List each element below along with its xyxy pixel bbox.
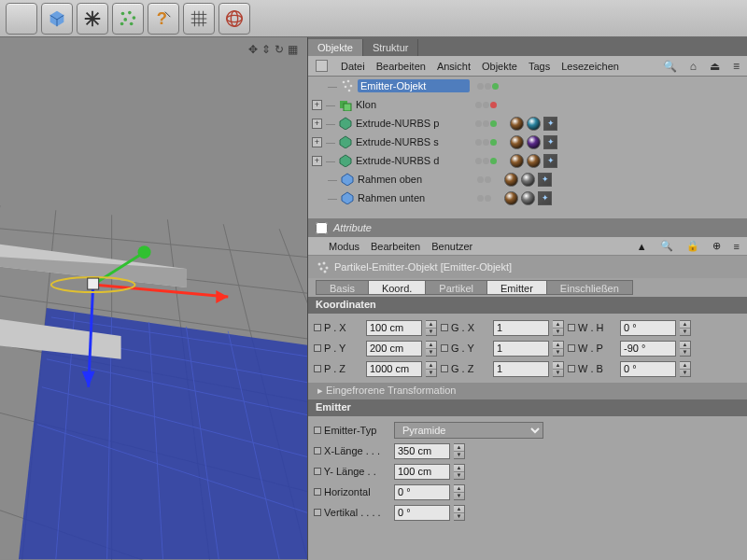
coord-input[interactable]: [493, 361, 549, 377]
object-label[interactable]: Rahmen unten: [358, 192, 470, 203]
compositing-tag[interactable]: ✦: [543, 135, 557, 149]
pin-icon[interactable]: ⊕: [712, 240, 721, 252]
expand-toggle[interactable]: +: [312, 100, 322, 110]
visibility-dot[interactable]: [485, 176, 491, 183]
object-label[interactable]: Extrude-NURBS d: [356, 155, 468, 166]
spinner[interactable]: ▲▼: [426, 320, 437, 336]
up-icon[interactable]: ⏏: [710, 60, 720, 73]
search-icon[interactable]: 🔍: [663, 60, 677, 73]
material-tag[interactable]: [527, 117, 541, 131]
attr-menu-bearbeiten[interactable]: Bearbeiten: [371, 241, 420, 252]
material-tag[interactable]: [527, 154, 541, 168]
object-label[interactable]: Rahmen oben: [358, 174, 470, 185]
material-tag[interactable]: [510, 154, 524, 168]
spinner[interactable]: ▲▼: [680, 341, 691, 357]
material-tag[interactable]: [521, 191, 535, 205]
coord-input[interactable]: [493, 320, 549, 336]
material-tag[interactable]: [510, 135, 524, 149]
visibility-dot[interactable]: [485, 195, 491, 202]
rotate-viewport-icon[interactable]: ↻: [275, 43, 284, 56]
search2-icon[interactable]: 🔍: [660, 240, 673, 252]
spinner[interactable]: ▲▼: [454, 443, 465, 459]
coord-input[interactable]: [620, 320, 676, 336]
frozen-transform-row[interactable]: ▸ Eingefrorene Transformation: [308, 383, 747, 399]
tool-expand[interactable]: [77, 3, 108, 35]
visibility-dot[interactable]: [492, 83, 499, 90]
menu-tags[interactable]: Tags: [529, 61, 550, 72]
tree-row[interactable]: +—Extrude-NURBS s✦: [308, 133, 747, 151]
menu-objekte[interactable]: Objekte: [482, 61, 517, 72]
emitter-input[interactable]: [394, 484, 450, 500]
visibility-dot[interactable]: [490, 102, 497, 108]
object-label[interactable]: Extrude-NURBS s: [356, 136, 468, 147]
material-tag[interactable]: [521, 173, 535, 187]
coord-input[interactable]: [366, 320, 422, 336]
compositing-tag[interactable]: ✦: [543, 154, 557, 168]
coord-input[interactable]: [493, 341, 549, 357]
visibility-dot[interactable]: [490, 139, 497, 146]
tool-grid[interactable]: [183, 3, 215, 35]
menu-datei[interactable]: Datei: [341, 61, 365, 72]
spinner[interactable]: ▲▼: [553, 341, 564, 357]
tool-particles[interactable]: [112, 3, 144, 35]
tree-row[interactable]: —Emitter-Objekt: [308, 77, 747, 95]
object-tree[interactable]: —Emitter-Objekt+—Klon+—Extrude-NURBS p✦+…: [308, 77, 747, 218]
visibility-dot[interactable]: [485, 83, 491, 90]
subtab-emitter[interactable]: Emitter: [486, 280, 547, 295]
emitter-input[interactable]: [394, 505, 450, 521]
tab-struktur[interactable]: Struktur: [363, 39, 419, 56]
emitter-input[interactable]: [394, 464, 450, 480]
tree-row[interactable]: —Rahmen oben✦: [308, 170, 747, 189]
subtab-partikel[interactable]: Partikel: [425, 280, 487, 295]
visibility-dot[interactable]: [490, 158, 497, 164]
coord-input[interactable]: [366, 341, 422, 357]
spinner[interactable]: ▲▼: [454, 464, 465, 480]
expand-toggle[interactable]: +: [312, 137, 322, 147]
coord-input[interactable]: [620, 361, 676, 377]
material-tag[interactable]: [527, 135, 541, 149]
visibility-dot[interactable]: [475, 139, 482, 146]
tool-help[interactable]: ?: [148, 3, 179, 35]
subtab-einschließen[interactable]: Einschließen: [546, 280, 633, 295]
compositing-tag[interactable]: ✦: [538, 173, 552, 187]
subtab-koord[interactable]: Koord.: [368, 280, 426, 295]
attribute-lock-check[interactable]: [316, 222, 328, 234]
visibility-dot[interactable]: [483, 102, 489, 108]
home-icon[interactable]: ⌂: [690, 60, 697, 73]
spinner[interactable]: ▲▼: [553, 320, 564, 336]
subtab-basis[interactable]: Basis: [316, 280, 369, 295]
spinner[interactable]: ▲▼: [454, 484, 465, 500]
tree-row[interactable]: +—Klon: [308, 95, 747, 114]
split-viewport-icon[interactable]: ▦: [288, 43, 298, 56]
spinner[interactable]: ▲▼: [553, 361, 564, 377]
visibility-dot[interactable]: [490, 120, 497, 127]
object-label[interactable]: Extrude-NURBS p: [356, 118, 468, 129]
tool-primitive[interactable]: [41, 3, 73, 35]
expand-toggle[interactable]: +: [312, 156, 322, 166]
tool-globe[interactable]: [218, 3, 250, 35]
spinner[interactable]: ▲▼: [454, 505, 465, 521]
tree-row[interactable]: +—Extrude-NURBS p✦: [308, 114, 747, 133]
nav-up-icon[interactable]: ▲: [637, 241, 647, 252]
tab-objekte[interactable]: Objekte: [308, 39, 363, 56]
visibility-dot[interactable]: [483, 139, 489, 146]
attr-menu-benutzer[interactable]: Benutzer: [431, 241, 472, 252]
menu-bearbeiten[interactable]: Bearbeiten: [376, 61, 426, 72]
object-label[interactable]: Klon: [356, 99, 468, 110]
menu2-icon[interactable]: ≡: [734, 241, 740, 252]
menu-expand-button[interactable]: [316, 60, 328, 72]
visibility-dot[interactable]: [477, 83, 484, 90]
attr-menu-modus[interactable]: Modus: [329, 241, 359, 252]
spinner[interactable]: ▲▼: [426, 341, 437, 357]
visibility-dot[interactable]: [475, 158, 482, 164]
emitter-type-select[interactable]: Pyramide: [394, 422, 543, 439]
tool-deformer[interactable]: [6, 3, 37, 35]
menu-ansicht[interactable]: Ansicht: [437, 61, 471, 72]
object-label[interactable]: Emitter-Objekt: [358, 79, 470, 92]
viewport-3d[interactable]: ✥ ⇕ ↻ ▦: [0, 37, 308, 560]
lock-icon[interactable]: 🔒: [686, 240, 699, 252]
material-tag[interactable]: [510, 117, 524, 131]
coord-input[interactable]: [366, 361, 422, 377]
material-tag[interactable]: [504, 173, 518, 187]
emitter-input[interactable]: [394, 443, 450, 459]
